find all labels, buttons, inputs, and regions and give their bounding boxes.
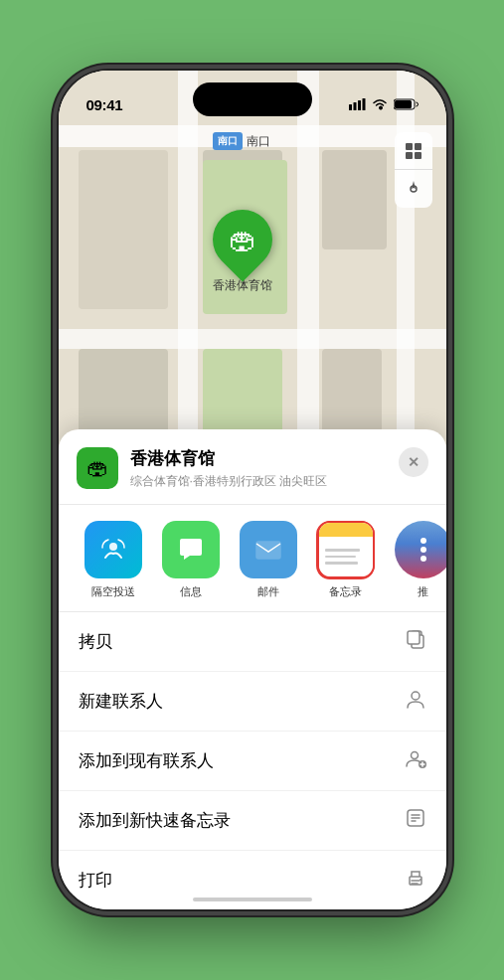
location-pin: 🏟 香港体育馆 <box>213 210 272 294</box>
map-controls <box>395 132 432 208</box>
svg-point-20 <box>420 879 421 881</box>
mail-label: 邮件 <box>257 584 279 599</box>
add-existing-label: 添加到现有联系人 <box>79 749 214 772</box>
action-copy[interactable]: 拷贝 <box>59 612 446 672</box>
notes-label: 备忘录 <box>329 584 362 599</box>
svg-rect-7 <box>415 143 421 150</box>
close-button[interactable]: ✕ <box>399 447 428 477</box>
svg-rect-12 <box>256 542 280 559</box>
venue-info: 香港体育馆 综合体育馆·香港特别行政区 油尖旺区 <box>130 447 387 490</box>
map-type-button[interactable] <box>395 132 432 170</box>
venue-name: 香港体育馆 <box>130 447 387 470</box>
venue-icon-wrap: 🏟 <box>77 447 118 489</box>
svg-rect-2 <box>358 100 361 110</box>
action-list: 拷贝 新建联系人 <box>59 612 446 909</box>
copy-label: 拷贝 <box>79 630 112 653</box>
exit-label: 南口 <box>247 133 270 150</box>
share-item-mail[interactable]: 邮件 <box>230 521 307 599</box>
map-label: 南口 南口 <box>213 132 270 150</box>
svg-rect-5 <box>395 100 412 108</box>
exit-tag: 南口 <box>213 132 243 150</box>
more-label: 推 <box>418 584 428 599</box>
svg-point-11 <box>109 543 117 551</box>
notes-icon <box>317 521 375 578</box>
mail-icon <box>240 521 297 578</box>
stadium-icon: 🏟 <box>229 224 256 256</box>
venue-subtitle: 综合体育馆·香港特别行政区 油尖旺区 <box>130 473 387 490</box>
share-item-notes[interactable]: 备忘录 <box>307 521 385 599</box>
share-item-airdrop[interactable]: 隔空投送 <box>75 521 152 599</box>
more-icon <box>395 521 446 578</box>
status-time: 09:41 <box>86 96 123 113</box>
action-new-contact[interactable]: 新建联系人 <box>59 672 446 732</box>
person-add-icon <box>405 747 426 774</box>
venue-header: 🏟 香港体育馆 综合体育馆·香港特别行政区 油尖旺区 ✕ <box>59 447 446 505</box>
svg-rect-0 <box>349 104 352 110</box>
share-row: 隔空投送 信息 邮件 <box>59 505 446 612</box>
airdrop-icon <box>84 521 142 578</box>
wifi-icon <box>372 98 388 110</box>
action-add-existing[interactable]: 添加到现有联系人 <box>59 732 446 791</box>
print-icon <box>405 867 426 894</box>
venue-icon: 🏟 <box>86 455 108 481</box>
action-add-notes[interactable]: 添加到新快速备忘录 <box>59 791 446 851</box>
messages-icon <box>162 521 220 578</box>
new-contact-label: 新建联系人 <box>79 690 163 713</box>
bottom-sheet: 🏟 香港体育馆 综合体育馆·香港特别行政区 油尖旺区 ✕ <box>59 429 446 909</box>
home-indicator <box>193 898 312 901</box>
print-label: 打印 <box>79 869 112 892</box>
svg-rect-8 <box>406 152 413 159</box>
airdrop-label: 隔空投送 <box>91 584 135 599</box>
note-icon <box>405 807 426 834</box>
svg-point-16 <box>411 752 418 759</box>
share-item-messages[interactable]: 信息 <box>152 521 230 599</box>
share-item-more[interactable]: 推 <box>385 521 446 599</box>
svg-rect-3 <box>362 98 365 110</box>
svg-rect-9 <box>415 152 421 159</box>
battery-icon <box>394 98 419 110</box>
svg-rect-14 <box>408 631 420 644</box>
status-icons <box>349 98 419 110</box>
svg-rect-1 <box>353 102 356 110</box>
phone-frame: 09:41 <box>59 71 446 909</box>
signal-icon <box>349 98 366 110</box>
svg-point-15 <box>412 692 420 700</box>
add-notes-label: 添加到新快速备忘录 <box>79 809 231 832</box>
copy-icon <box>405 628 426 655</box>
person-icon <box>405 688 426 715</box>
location-button[interactable] <box>395 170 432 208</box>
svg-rect-6 <box>406 143 413 150</box>
dynamic-island <box>193 82 312 116</box>
pin-circle: 🏟 <box>200 198 284 282</box>
messages-label: 信息 <box>180 584 202 599</box>
